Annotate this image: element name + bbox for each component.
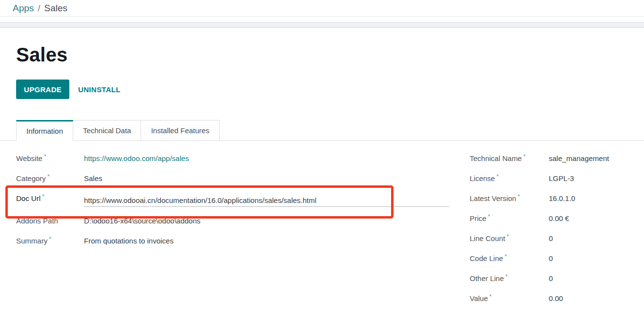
license-value: LGPL-3 [549, 174, 574, 182]
required-asterisk: * [49, 236, 51, 242]
required-asterisk: * [489, 293, 492, 300]
other-line-value: 0 [549, 274, 553, 282]
code-line-label: Code Line [470, 254, 503, 262]
breadcrumb: Apps / Sales [13, 3, 67, 14]
breadcrumb-bar: Apps / Sales [0, 0, 644, 17]
category-value: Sales [84, 174, 103, 182]
required-asterisk: * [504, 253, 507, 260]
breadcrumb-apps-link[interactable]: Apps [13, 3, 34, 14]
upgrade-button[interactable]: UPGRADE [16, 80, 69, 99]
uninstall-button[interactable]: UNINSTALL [78, 85, 121, 94]
form-sheet: Website* https://www.odoo.com/app/sales … [16, 151, 628, 311]
value-label: Value [470, 294, 488, 302]
technical-name-label: Technical Name [470, 154, 522, 162]
summary-label: Summary [16, 237, 47, 245]
required-asterisk: * [488, 213, 490, 220]
doc-url-input[interactable] [84, 194, 449, 207]
other-line-label: Other Line [470, 274, 504, 282]
page-title: Sales [16, 43, 68, 66]
tab-technical-data[interactable]: Technical Data [73, 120, 141, 141]
required-asterisk: * [497, 173, 499, 180]
required-asterisk: * [507, 233, 509, 240]
field-row-website: Website* https://www.odoo.com/app/sales [16, 151, 454, 171]
tab-information[interactable]: Information [16, 120, 73, 141]
value-value: 0.00 [549, 294, 563, 302]
required-asterisk: * [44, 153, 46, 160]
panel-top-band [0, 22, 644, 28]
action-buttons: UPGRADE UNINSTALL [16, 80, 121, 99]
breadcrumb-separator: / [38, 3, 40, 14]
field-row-summary: Summary* From quotations to invoices [16, 234, 454, 254]
field-row-technical-name: Technical Name* sale_management [470, 151, 628, 171]
field-row-license: License* LGPL-3 [470, 171, 628, 191]
required-asterisk: * [60, 216, 62, 222]
line-count-value: 0 [549, 234, 553, 242]
required-asterisk: * [518, 193, 520, 200]
field-group-left: Website* https://www.odoo.com/app/sales … [16, 151, 454, 311]
field-row-category: Category* Sales [16, 171, 454, 191]
code-line-value: 0 [549, 254, 553, 262]
field-row-price: Price* 0.00 € [470, 211, 628, 231]
addons-path-value: D:\odoo16-x64\source\odoo\addons [84, 217, 201, 225]
doc-url-label: Doc Url [16, 194, 41, 202]
field-row-addons-path: Addons Path* D:\odoo16-x64\source\odoo\a… [16, 214, 454, 234]
field-row-code-line: Code Line* 0 [470, 251, 628, 271]
app-window: Apps / Sales Sales UPGRADE UNINSTALL Inf… [0, 0, 644, 322]
technical-name-value: sale_management [549, 154, 609, 162]
notebook-tabs: Information Technical Data Installed Fea… [16, 120, 220, 141]
field-row-other-line: Other Line* 0 [470, 271, 628, 291]
license-label: License [470, 174, 495, 182]
field-row-value: Value* 0.00 [470, 291, 628, 311]
price-label: Price [470, 214, 486, 222]
field-group-right: Technical Name* sale_management License*… [470, 151, 628, 311]
website-label: Website [16, 154, 42, 162]
summary-value: From quotations to invoices [84, 237, 173, 245]
required-asterisk: * [523, 153, 526, 160]
category-label: Category [16, 174, 46, 182]
breadcrumb-current: Sales [44, 3, 68, 14]
tab-installed-features[interactable]: Installed Features [141, 120, 219, 141]
required-asterisk: * [505, 273, 508, 280]
line-count-label: Line Count [470, 234, 505, 242]
required-asterisk: * [47, 173, 50, 180]
field-row-line-count: Line Count* 0 [470, 231, 628, 251]
addons-path-label: Addons Path [16, 217, 58, 225]
field-row-doc-url: Doc Url* [16, 191, 454, 214]
latest-version-value: 16.0.1.0 [549, 194, 575, 202]
website-value-link[interactable]: https://www.odoo.com/app/sales [84, 154, 189, 162]
field-row-latest-version: Latest Version* 16.0.1.0 [470, 191, 628, 211]
price-value: 0.00 € [549, 214, 569, 222]
required-asterisk: * [42, 193, 44, 200]
latest-version-label: Latest Version [470, 194, 516, 202]
